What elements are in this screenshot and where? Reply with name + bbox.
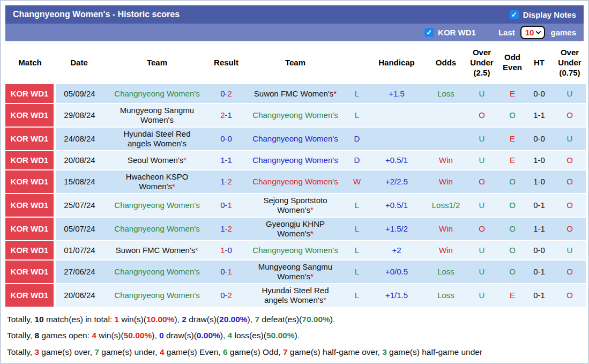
league-toggle[interactable]: ✓ KOR WD1 — [424, 28, 476, 37]
league-badge: KOR WD1 — [5, 84, 55, 103]
handicap-value: +1.5 — [389, 89, 405, 98]
summary-segment: 7 — [94, 347, 99, 356]
summary-segment: game(s) half-game over, — [288, 347, 383, 356]
odds-cell: Win — [428, 241, 464, 260]
odds-cell: Loss — [428, 84, 464, 103]
over-under-25-cell: O — [464, 103, 500, 127]
over-under-25-value: O — [479, 110, 485, 120]
league-badge: KOR WD1 — [5, 260, 55, 284]
home-goals: 0 — [220, 291, 225, 300]
home-team-cell: Hwacheon KSPO Women's* — [103, 170, 211, 194]
home-goals: 2 — [220, 110, 225, 120]
table-row: KOR WD125/07/24Changnyeong Women's0-1Sej… — [5, 194, 586, 217]
games-count-select[interactable]: 10 — [520, 26, 546, 39]
display-notes-checkbox[interactable]: ✓ — [510, 10, 519, 19]
over-under-075-value: O — [566, 200, 573, 210]
summary-line-1: Totally, 10 match(es) in total: 1 win(s)… — [7, 314, 582, 325]
full-time-score: 1-2 — [211, 170, 242, 194]
over-under-075-cell: O — [554, 151, 586, 170]
table-header: Match Date Team Result Team Handicap Odd… — [5, 41, 586, 84]
away-team-cell: Sejong Sportstoto Women's* — [242, 194, 349, 217]
away-goals: 0 — [228, 246, 232, 255]
handicap-cell: +2/2.5 — [365, 170, 428, 194]
match-date: 29/08/24 — [55, 103, 103, 127]
result-letter-cell: L — [349, 103, 365, 127]
result-letter: W — [353, 177, 361, 186]
favorite-star: * — [310, 205, 314, 214]
over-under-075-value: U — [567, 134, 573, 143]
home-team-cell: Mungyeong Sangmu Women's — [103, 103, 211, 127]
result-letter-cell: W — [349, 170, 365, 194]
over-under-075-cell: U — [554, 127, 586, 151]
away-team-cell: Mungyeong Sangmu Women's* — [242, 260, 349, 284]
summary-segment: 3 — [34, 347, 39, 356]
odd-even-value: O — [509, 200, 516, 210]
summary-segment: 50.00% — [124, 331, 152, 340]
col-header-odds: Odds — [428, 41, 464, 84]
col-header-letter — [349, 41, 365, 84]
table-row: KOR WD127/06/24Changnyeong Women's0-1Mun… — [5, 260, 586, 284]
team-name: Hyundai Steel Red angels Women's — [262, 286, 329, 304]
away-goals: 1 — [228, 267, 232, 276]
league-badge: KOR WD1 — [5, 151, 55, 170]
odd-even-cell: O — [500, 170, 525, 194]
match-date: 01/07/24 — [55, 241, 103, 260]
display-notes-toggle[interactable]: ✓ Display Notes — [510, 10, 576, 19]
summary-segment: ), — [152, 331, 159, 340]
table-row: KOR WD120/06/24Changnyeong Women's0-2Hyu… — [5, 284, 586, 307]
col-header-result: Result — [211, 41, 242, 84]
summary-segment: win(s)( — [96, 331, 124, 340]
match-date: 27/06/24 — [55, 260, 103, 284]
odd-even-cell: O — [500, 103, 525, 127]
away-team-cell: Changnyeong Women's — [242, 241, 349, 260]
half-time-score: 0-0 — [525, 84, 554, 103]
result-letter-cell: L — [349, 241, 365, 260]
summary-segment: 7 — [283, 347, 288, 356]
summary: Totally, 10 match(es) in total: 1 win(s)… — [5, 308, 584, 357]
home-team-cell: Seoul Women's* — [103, 151, 211, 170]
home-team-cell: Suwon FMC Women's* — [103, 241, 211, 260]
over-under-075-cell: O — [554, 170, 586, 194]
half-time-score: 1-1 — [525, 217, 554, 241]
handicap-value: +1.5/2 — [385, 224, 408, 233]
display-notes-label: Display Notes — [523, 10, 576, 19]
odd-even-value: O — [509, 224, 516, 233]
titlebar: Changnyeong Women's - Historic scores ✓ … — [5, 5, 584, 24]
table-row: KOR WD105/09/24Changnyeong Women's0-2Suw… — [5, 84, 586, 103]
over-under-075-cell: O — [554, 194, 586, 217]
odd-even-value: O — [509, 110, 516, 120]
away-team-cell: Hyundai Steel Red angels Women's* — [242, 284, 349, 307]
home-goals: 1 — [220, 224, 225, 233]
result-letter: L — [355, 89, 359, 98]
result-letter-cell: D — [349, 151, 365, 170]
summary-segment: game(s) Even, — [165, 347, 223, 356]
odds-cell — [428, 127, 464, 151]
result-letter-cell: D — [349, 127, 365, 151]
odds-result: Win — [439, 246, 453, 255]
odd-even-value: O — [509, 177, 516, 186]
table-row: KOR WD105/07/24Changnyeong Women's1-2Gye… — [5, 217, 586, 241]
favorite-star: * — [195, 246, 198, 255]
away-team-cell: Suwon FMC Women's* — [242, 84, 349, 103]
over-under-25-value: U — [479, 134, 485, 143]
over-under-25-cell: U — [464, 84, 500, 103]
odds-cell: Win — [428, 151, 464, 170]
table-row: KOR WD101/07/24Suwon FMC Women's*1-0Chan… — [5, 241, 586, 260]
table-row: KOR WD120/08/24Seoul Women's*1-1Changnye… — [5, 151, 586, 170]
league-badge: KOR WD1 — [5, 103, 55, 127]
table-row: KOR WD129/08/24Mungyeong Sangmu Women's2… — [5, 103, 586, 127]
odd-even-value: E — [510, 155, 515, 165]
full-time-score: 0-2 — [211, 84, 242, 103]
match-date: 15/08/24 — [55, 170, 103, 194]
half-time-score: 0-1 — [525, 194, 554, 217]
odd-even-cell: O — [500, 217, 525, 241]
odds-cell: Loss1/2 — [428, 194, 464, 217]
home-goals: 1 — [220, 246, 225, 255]
over-under-25-value: U — [479, 200, 485, 210]
summary-segment: game(s) over, — [39, 347, 94, 356]
league-checkbox[interactable]: ✓ — [424, 28, 434, 37]
league-badge: KOR WD1 — [5, 284, 55, 307]
over-under-25-value: O — [479, 177, 485, 186]
full-time-score: 2-1 — [211, 103, 242, 127]
result-letter: L — [355, 200, 359, 210]
